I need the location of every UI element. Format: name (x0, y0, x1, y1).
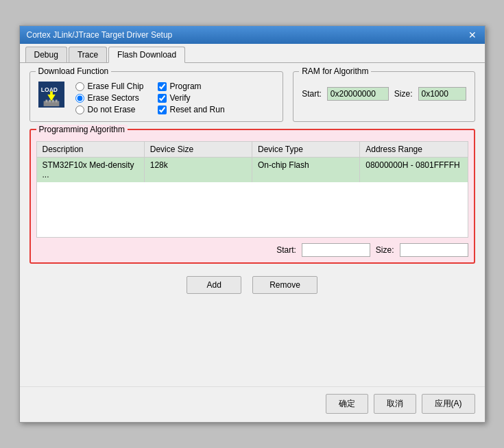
svg-rect-5 (45, 100, 47, 103)
dialog-title: Cortex JLink/JTrace Target Driver Setup (27, 30, 173, 40)
programming-algorithm-group: Programming Algorithm Description Device… (29, 129, 475, 264)
tab-bar: Debug Trace Flash Download (20, 44, 485, 63)
footer: 确定 取消 应用(A) (20, 386, 485, 422)
table-header: Description Device Size Device Type Addr… (37, 142, 468, 158)
do-not-erase-radio[interactable] (75, 105, 84, 114)
erase-sectors-label: Erase Sectors (88, 93, 139, 103)
top-row: Download Function LOAD (29, 71, 475, 122)
reset-run-check-row: Reset and Run (158, 105, 225, 114)
checkboxes: Program Verify Reset and Run (158, 82, 225, 114)
table-empty (37, 182, 468, 237)
col-description: Description (37, 142, 145, 157)
algo-start-input[interactable] (302, 243, 370, 257)
ram-row: Start: Size: (302, 87, 466, 101)
dialog: Cortex JLink/JTrace Target Driver Setup … (19, 25, 485, 423)
add-button[interactable]: Add (187, 276, 241, 294)
start-size-row: Start: Size: (36, 243, 468, 257)
col-device-size: Device Size (145, 142, 252, 157)
reset-run-label: Reset and Run (170, 105, 225, 114)
download-function-group: Download Function LOAD (29, 71, 284, 122)
erase-full-radio-row: Erase Full Chip (75, 82, 144, 91)
verify-label: Verify (170, 93, 191, 103)
algorithm-table: Description Device Size Device Type Addr… (36, 141, 468, 238)
svg-text:LOAD: LOAD (40, 86, 57, 93)
cell-address-range: 08000000H - 0801FFFFH (360, 158, 467, 182)
svg-rect-8 (55, 100, 57, 103)
load-icon: LOAD (38, 82, 64, 108)
remove-button[interactable]: Remove (252, 276, 317, 294)
algo-start-label: Start: (276, 245, 296, 255)
table-row[interactable]: STM32F10x Med-density ... 128k On-chip F… (37, 158, 468, 182)
start-label: Start: (302, 89, 322, 99)
radio-options: Erase Full Chip Erase Sectors Do not Era… (75, 82, 144, 114)
download-function-label: Download Function (36, 66, 112, 76)
algo-size-input[interactable] (400, 243, 468, 257)
size-input[interactable] (418, 87, 466, 101)
cell-device-type: On-chip Flash (252, 158, 360, 182)
ok-button[interactable]: 确定 (326, 394, 368, 414)
tab-flash-download[interactable]: Flash Download (108, 47, 185, 63)
col-address-range: Address Range (360, 142, 467, 157)
apply-button[interactable]: 应用(A) (422, 394, 475, 414)
programming-algorithm-label: Programming Algorithm (36, 125, 128, 134)
reset-run-checkbox[interactable] (158, 105, 167, 114)
ram-algorithm-group: RAM for Algorithm Start: Size: (293, 71, 475, 122)
df-content: LOAD (38, 82, 275, 114)
svg-rect-7 (51, 100, 53, 103)
verify-checkbox[interactable] (158, 94, 167, 103)
cell-device-size: 128k (145, 158, 252, 182)
algorithm-buttons: Add Remove (29, 276, 475, 294)
algo-size-label: Size: (376, 245, 394, 255)
cell-description: STM32F10x Med-density ... (37, 158, 145, 182)
title-bar: Cortex JLink/JTrace Target Driver Setup … (20, 26, 485, 44)
program-check-row: Program (158, 82, 225, 91)
do-not-erase-label: Do not Erase (88, 105, 136, 114)
cancel-button[interactable]: 取消 (374, 394, 416, 414)
program-label: Program (170, 82, 202, 91)
ram-algorithm-label: RAM for Algorithm (299, 66, 371, 76)
erase-sectors-radio[interactable] (75, 94, 84, 103)
main-content: Download Function LOAD (20, 63, 485, 386)
svg-rect-6 (49, 100, 51, 103)
verify-check-row: Verify (158, 93, 225, 103)
program-checkbox[interactable] (158, 82, 167, 91)
erase-sectors-radio-row: Erase Sectors (75, 93, 144, 103)
svg-rect-3 (50, 91, 53, 97)
close-button[interactable]: ✕ (467, 30, 478, 40)
col-device-type: Device Type (252, 142, 360, 157)
size-label: Size: (394, 89, 413, 99)
erase-full-chip-radio[interactable] (75, 82, 84, 91)
start-input[interactable] (327, 87, 389, 101)
erase-full-chip-label: Erase Full Chip (88, 82, 144, 91)
tab-trace[interactable]: Trace (69, 47, 107, 62)
no-erase-radio-row: Do not Erase (75, 105, 144, 114)
tab-debug[interactable]: Debug (25, 47, 67, 62)
